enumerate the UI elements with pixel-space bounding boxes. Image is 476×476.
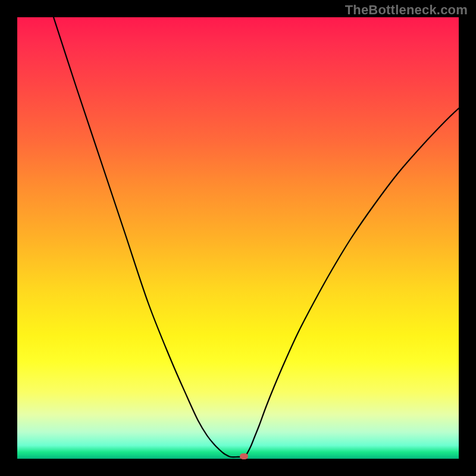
min-marker	[240, 453, 248, 459]
watermark-text: TheBottleneck.com	[345, 2, 468, 18]
plot-area	[17, 17, 459, 459]
gradient-background	[17, 17, 459, 459]
chart-frame: TheBottleneck.com	[0, 0, 476, 476]
